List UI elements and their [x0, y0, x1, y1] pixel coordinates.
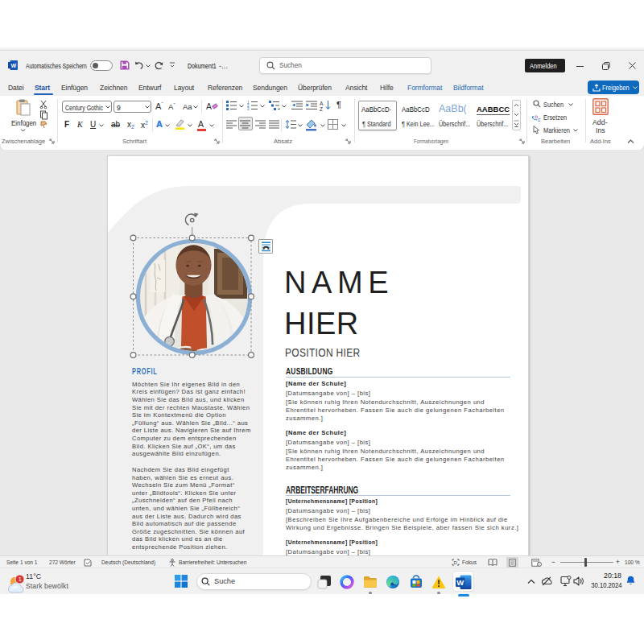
svg-text:1: 1 — [19, 576, 22, 583]
svg-text:c: c — [538, 117, 541, 122]
svg-text:A: A — [320, 101, 324, 106]
svg-text:D: D — [454, 560, 458, 565]
svg-text:Z: Z — [320, 106, 323, 112]
svg-text:W: W — [11, 63, 17, 68]
svg-text:3: 3 — [247, 107, 250, 110]
svg-text:W: W — [456, 578, 464, 587]
svg-text:i: i — [539, 563, 539, 567]
